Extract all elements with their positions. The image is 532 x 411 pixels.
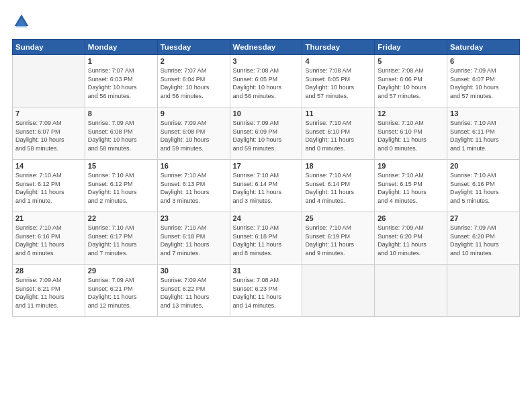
day-number: 25 [305, 214, 371, 222]
week-row-1: 7Sunrise: 7:09 AM Sunset: 6:07 PM Daylig… [13, 107, 520, 160]
day-cell: 24Sunrise: 7:10 AM Sunset: 6:18 PM Dayli… [230, 212, 302, 265]
day-info: Sunrise: 7:10 AM Sunset: 6:12 PM Dayligh… [88, 171, 154, 205]
day-info: Sunrise: 7:10 AM Sunset: 6:16 PM Dayligh… [450, 171, 517, 205]
day-number: 14 [15, 162, 82, 170]
day-info: Sunrise: 7:10 AM Sunset: 6:18 PM Dayligh… [233, 224, 300, 257]
day-cell: 15Sunrise: 7:10 AM Sunset: 6:12 PM Dayli… [85, 160, 157, 212]
day-number: 17 [233, 162, 300, 170]
day-info: Sunrise: 7:07 AM Sunset: 6:03 PM Dayligh… [88, 66, 154, 100]
day-number: 20 [450, 162, 517, 170]
day-info: Sunrise: 7:10 AM Sunset: 6:11 PM Dayligh… [450, 119, 517, 152]
day-info: Sunrise: 7:10 AM Sunset: 6:17 PM Dayligh… [88, 224, 154, 257]
day-number: 13 [450, 109, 517, 118]
day-cell: 17Sunrise: 7:10 AM Sunset: 6:14 PM Dayli… [230, 160, 302, 212]
day-number: 9 [161, 109, 227, 118]
day-info: Sunrise: 7:10 AM Sunset: 6:14 PM Dayligh… [305, 171, 371, 205]
day-number: 30 [161, 267, 227, 275]
day-cell: 20Sunrise: 7:10 AM Sunset: 6:16 PM Dayli… [447, 160, 520, 212]
day-number: 22 [88, 214, 154, 222]
day-number: 31 [233, 267, 300, 275]
header-cell-saturday: Saturday [447, 40, 520, 55]
day-cell: 6Sunrise: 7:09 AM Sunset: 6:07 PM Daylig… [447, 55, 520, 107]
header-cell-monday: Monday [85, 40, 157, 55]
day-info: Sunrise: 7:10 AM Sunset: 6:10 PM Dayligh… [305, 119, 371, 152]
header-cell-tuesday: Tuesday [157, 40, 230, 55]
day-cell: 1Sunrise: 7:07 AM Sunset: 6:03 PM Daylig… [85, 55, 157, 107]
day-info: Sunrise: 7:09 AM Sunset: 6:20 PM Dayligh… [378, 224, 444, 257]
day-number: 21 [15, 214, 82, 222]
day-cell: 13Sunrise: 7:10 AM Sunset: 6:11 PM Dayli… [447, 107, 520, 160]
day-cell: 18Sunrise: 7:10 AM Sunset: 6:14 PM Dayli… [302, 160, 375, 212]
day-number: 23 [161, 214, 227, 222]
calendar-table: SundayMondayTuesdayWednesdayThursdayFrid… [12, 39, 520, 317]
header-cell-sunday: Sunday [13, 40, 85, 55]
day-info: Sunrise: 7:09 AM Sunset: 6:21 PM Dayligh… [88, 276, 154, 310]
day-number: 29 [88, 267, 154, 275]
page: SundayMondayTuesdayWednesdayThursdayFrid… [0, 0, 532, 411]
day-cell [375, 265, 447, 317]
day-number: 16 [161, 162, 227, 170]
day-cell: 9Sunrise: 7:09 AM Sunset: 6:08 PM Daylig… [157, 107, 230, 160]
day-number: 15 [88, 162, 154, 170]
day-cell: 25Sunrise: 7:10 AM Sunset: 6:19 PM Dayli… [302, 212, 375, 265]
day-number: 26 [378, 214, 444, 222]
header [12, 12, 520, 31]
day-number: 11 [305, 109, 371, 118]
day-info: Sunrise: 7:09 AM Sunset: 6:07 PM Dayligh… [450, 66, 517, 100]
day-cell: 23Sunrise: 7:10 AM Sunset: 6:18 PM Dayli… [157, 212, 230, 265]
day-cell: 31Sunrise: 7:08 AM Sunset: 6:23 PM Dayli… [230, 265, 302, 317]
day-info: Sunrise: 7:10 AM Sunset: 6:10 PM Dayligh… [378, 119, 444, 152]
day-info: Sunrise: 7:08 AM Sunset: 6:06 PM Dayligh… [378, 66, 444, 100]
day-cell: 7Sunrise: 7:09 AM Sunset: 6:07 PM Daylig… [13, 107, 85, 160]
day-cell: 11Sunrise: 7:10 AM Sunset: 6:10 PM Dayli… [302, 107, 375, 160]
day-cell [302, 265, 375, 317]
day-number: 24 [233, 214, 300, 222]
day-info: Sunrise: 7:10 AM Sunset: 6:13 PM Dayligh… [161, 171, 227, 205]
day-info: Sunrise: 7:09 AM Sunset: 6:21 PM Dayligh… [15, 276, 82, 310]
day-info: Sunrise: 7:09 AM Sunset: 6:08 PM Dayligh… [161, 119, 227, 152]
day-number: 19 [378, 162, 444, 170]
day-info: Sunrise: 7:08 AM Sunset: 6:23 PM Dayligh… [233, 276, 300, 310]
day-number: 12 [378, 109, 444, 118]
day-number: 2 [161, 57, 227, 65]
day-cell: 2Sunrise: 7:07 AM Sunset: 6:04 PM Daylig… [157, 55, 230, 107]
day-cell: 30Sunrise: 7:09 AM Sunset: 6:22 PM Dayli… [157, 265, 230, 317]
day-cell: 4Sunrise: 7:08 AM Sunset: 6:05 PM Daylig… [302, 55, 375, 107]
day-number: 3 [233, 57, 300, 65]
logo [12, 12, 34, 31]
day-cell: 19Sunrise: 7:10 AM Sunset: 6:15 PM Dayli… [375, 160, 447, 212]
week-row-0: 1Sunrise: 7:07 AM Sunset: 6:03 PM Daylig… [13, 55, 520, 107]
day-number: 1 [88, 57, 154, 65]
day-info: Sunrise: 7:09 AM Sunset: 6:08 PM Dayligh… [88, 119, 154, 152]
day-cell: 5Sunrise: 7:08 AM Sunset: 6:06 PM Daylig… [375, 55, 447, 107]
day-info: Sunrise: 7:10 AM Sunset: 6:19 PM Dayligh… [305, 224, 371, 257]
day-cell: 16Sunrise: 7:10 AM Sunset: 6:13 PM Dayli… [157, 160, 230, 212]
day-info: Sunrise: 7:07 AM Sunset: 6:04 PM Dayligh… [161, 66, 227, 100]
day-number: 18 [305, 162, 371, 170]
day-info: Sunrise: 7:10 AM Sunset: 6:12 PM Dayligh… [15, 171, 82, 205]
day-info: Sunrise: 7:10 AM Sunset: 6:15 PM Dayligh… [378, 171, 444, 205]
day-number: 28 [15, 267, 82, 275]
day-number: 5 [378, 57, 444, 65]
logo-icon [12, 12, 31, 31]
day-cell: 28Sunrise: 7:09 AM Sunset: 6:21 PM Dayli… [13, 265, 85, 317]
header-cell-thursday: Thursday [302, 40, 375, 55]
week-row-3: 21Sunrise: 7:10 AM Sunset: 6:16 PM Dayli… [13, 212, 520, 265]
day-cell: 21Sunrise: 7:10 AM Sunset: 6:16 PM Dayli… [13, 212, 85, 265]
day-cell: 27Sunrise: 7:09 AM Sunset: 6:20 PM Dayli… [447, 212, 520, 265]
day-cell: 3Sunrise: 7:08 AM Sunset: 6:05 PM Daylig… [230, 55, 302, 107]
day-number: 4 [305, 57, 371, 65]
day-cell: 10Sunrise: 7:09 AM Sunset: 6:09 PM Dayli… [230, 107, 302, 160]
day-info: Sunrise: 7:10 AM Sunset: 6:16 PM Dayligh… [15, 224, 82, 257]
day-number: 6 [450, 57, 517, 65]
week-row-4: 28Sunrise: 7:09 AM Sunset: 6:21 PM Dayli… [13, 265, 520, 317]
day-info: Sunrise: 7:09 AM Sunset: 6:20 PM Dayligh… [450, 224, 517, 257]
day-cell [13, 55, 85, 107]
day-info: Sunrise: 7:09 AM Sunset: 6:09 PM Dayligh… [233, 119, 300, 152]
day-info: Sunrise: 7:09 AM Sunset: 6:22 PM Dayligh… [161, 276, 227, 310]
day-info: Sunrise: 7:08 AM Sunset: 6:05 PM Dayligh… [305, 66, 371, 100]
day-number: 7 [15, 109, 82, 118]
day-info: Sunrise: 7:10 AM Sunset: 6:18 PM Dayligh… [161, 224, 227, 257]
week-row-2: 14Sunrise: 7:10 AM Sunset: 6:12 PM Dayli… [13, 160, 520, 212]
day-number: 8 [88, 109, 154, 118]
